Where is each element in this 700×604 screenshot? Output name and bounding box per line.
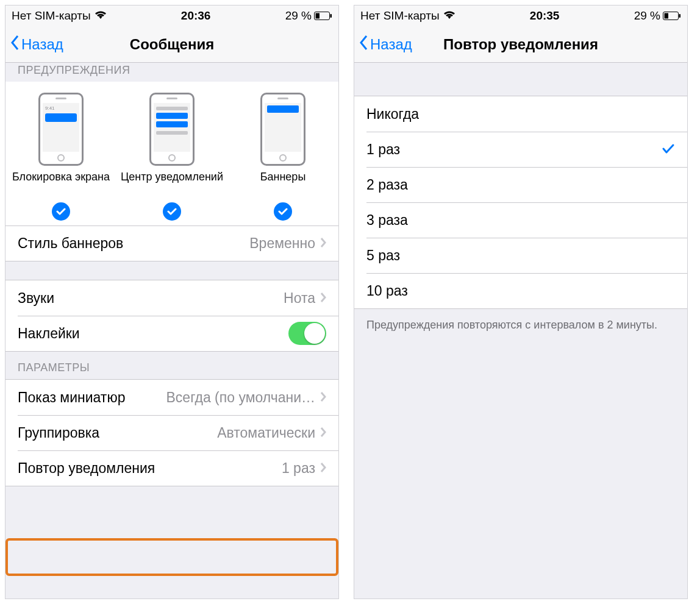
stickers-cell[interactable]: Наклейки [5, 316, 338, 351]
chevron-right-icon [320, 235, 326, 252]
chevron-left-icon [359, 35, 369, 54]
back-label: Назад [370, 36, 412, 53]
grouping-value: Автоматически [217, 425, 315, 441]
preview-banners[interactable]: Баннеры [228, 93, 338, 221]
clock-label: 20:36 [181, 9, 211, 23]
thumbnails-cell[interactable]: Показ миниатюр Всегда (по умолчани… [5, 380, 338, 415]
banner-style-value: Временно [249, 235, 315, 252]
battery-pct-label: 29 % [634, 9, 660, 23]
grouping-cell[interactable]: Группировка Автоматически [5, 415, 338, 450]
toggle-on[interactable] [288, 322, 326, 345]
back-button[interactable]: Назад [10, 35, 63, 54]
chevron-right-icon [320, 389, 326, 406]
thumbnails-value: Всегда (по умолчани… [166, 389, 315, 406]
option-ten[interactable]: 10 раз [354, 273, 687, 308]
option-label: 1 раз [366, 141, 400, 158]
svg-rect-4 [664, 13, 668, 19]
section-header-params: ПАРАМЕТРЫ [5, 352, 338, 379]
wifi-icon [95, 9, 107, 23]
carrier-label: Нет SIM-карты [12, 9, 91, 23]
alert-style-previews: 9:41 Блокировка экрана [5, 82, 338, 261]
preview-banners-label: Баннеры [260, 171, 306, 197]
option-label: 5 раз [366, 247, 400, 264]
option-once[interactable]: 1 раз [354, 132, 687, 167]
grouping-label: Группировка [18, 425, 99, 441]
preview-notifcenter-label: Центр уведомлений [121, 171, 223, 197]
banner-style-label: Стиль баннеров [18, 235, 123, 252]
highlight-annotation [5, 538, 338, 576]
banners-phone-icon [260, 93, 305, 166]
repeat-alert-value: 1 раз [282, 460, 315, 477]
back-button[interactable]: Назад [359, 35, 412, 54]
params-group: Показ миниатюр Всегда (по умолчани… Груп… [5, 379, 338, 486]
back-label: Назад [21, 36, 63, 53]
chevron-right-icon [320, 425, 326, 441]
clock-label: 20:35 [530, 9, 560, 23]
sounds-cell[interactable]: Звуки Нота [5, 280, 338, 316]
svg-rect-5 [679, 14, 680, 18]
chevron-left-icon [10, 35, 20, 54]
notifcenter-phone-icon [149, 93, 195, 166]
nav-bar: Назад Сообщения [5, 26, 338, 63]
battery-icon [663, 12, 681, 20]
preview-lockscreen-label: Блокировка экрана [12, 171, 110, 197]
footer-note: Предупреждения повторяются с интервалом … [354, 309, 687, 341]
option-label: 10 раз [366, 283, 408, 299]
sounds-label: Звуки [18, 290, 54, 307]
option-never[interactable]: Никогда [354, 96, 687, 132]
battery-icon [314, 12, 332, 20]
chevron-right-icon [320, 290, 326, 307]
option-three[interactable]: 3 раза [354, 202, 687, 238]
right-screenshot: Нет SIM-карты 20:35 29 % Назад Повтор ув… [354, 5, 688, 599]
status-bar: Нет SIM-карты 20:35 29 % [354, 5, 687, 26]
carrier-label: Нет SIM-карты [360, 9, 440, 23]
chevron-right-icon [320, 460, 326, 477]
repeat-alert-cell[interactable]: Повтор уведомления 1 раз [5, 450, 338, 486]
option-label: 3 раза [366, 212, 408, 229]
repeat-alert-label: Повтор уведомления [18, 460, 155, 477]
section-header-warnings: ПРЕДУПРЕЖДЕНИЯ [5, 63, 338, 82]
option-five[interactable]: 5 раз [354, 238, 687, 273]
preview-lockscreen[interactable]: 9:41 Блокировка экрана [6, 93, 116, 221]
check-icon [163, 202, 181, 221]
check-icon [52, 202, 70, 221]
svg-rect-2 [330, 14, 332, 18]
wifi-icon [443, 9, 455, 23]
check-icon [274, 202, 292, 221]
sounds-group: Звуки Нота Наклейки [5, 280, 338, 352]
nav-bar: Назад Повтор уведомления [354, 26, 687, 63]
option-label: 2 раза [366, 177, 408, 193]
banner-style-cell[interactable]: Стиль баннеров Временно [5, 226, 338, 261]
sounds-value: Нота [284, 290, 315, 307]
stickers-label: Наклейки [18, 325, 80, 342]
lockscreen-phone-icon: 9:41 [38, 93, 84, 166]
left-screenshot: Нет SIM-карты 20:36 29 % Назад Сообщения… [5, 5, 339, 599]
repeat-options-list: Никогда 1 раз 2 раза 3 раза 5 раз 10 раз [354, 96, 687, 309]
svg-rect-1 [315, 13, 320, 19]
battery-pct-label: 29 % [285, 9, 312, 23]
checkmark-icon [662, 141, 675, 158]
preview-notifcenter[interactable]: Центр уведомлений [117, 93, 227, 221]
thumbnails-label: Показ миниатюр [18, 389, 125, 406]
status-bar: Нет SIM-карты 20:36 29 % [5, 5, 338, 26]
option-label: Никогда [366, 106, 419, 123]
option-twice[interactable]: 2 раза [354, 167, 687, 202]
